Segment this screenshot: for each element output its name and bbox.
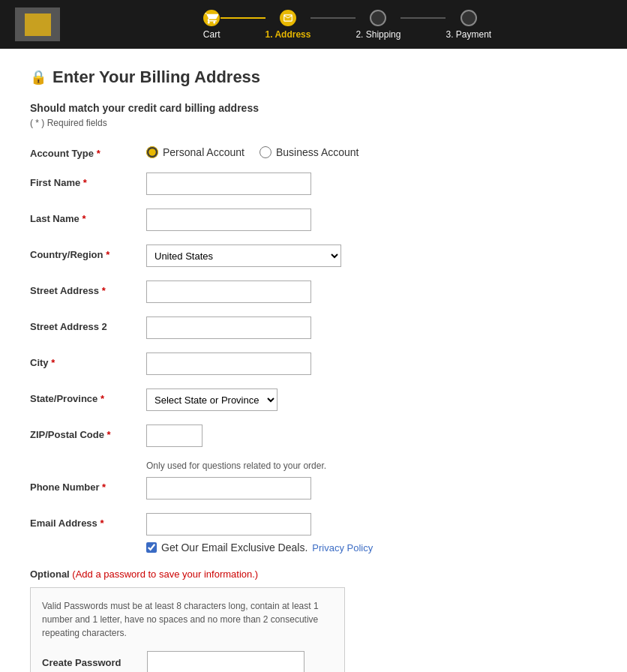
header: Cart 1. Address 2. Shipping 3. Payment [0, 0, 627, 49]
main-content: 🔒 Enter Your Billing Address Should matc… [0, 49, 627, 672]
step-shipping-label: 2. Shipping [356, 29, 400, 40]
state-label: State/Province * [30, 388, 146, 404]
country-row: Country/Region * United States Canada Me… [30, 244, 597, 267]
street-address-row: Street Address * [30, 280, 597, 303]
step-shipping-circle [370, 10, 386, 26]
step-payment: 3. Payment [446, 10, 491, 40]
street-address-label: Street Address * [30, 280, 146, 296]
city-row: City * [30, 352, 597, 375]
country-select[interactable]: United States Canada Mexico United Kingd… [146, 244, 341, 267]
phone-note: Only used for questions related to your … [146, 460, 597, 471]
step-payment-label: 3. Payment [446, 29, 491, 40]
radio-business-input[interactable] [260, 146, 272, 158]
last-name-label: Last Name * [30, 208, 146, 224]
phone-label: Phone Number * [30, 477, 146, 493]
create-password-label: Create Password [42, 657, 147, 668]
form-subtitle: Should match your credit card billing ad… [30, 102, 597, 114]
radio-personal-input[interactable] [146, 146, 158, 158]
step-shipping: 2. Shipping [356, 10, 400, 40]
first-name-input[interactable] [146, 172, 311, 195]
email-deals-label: Get Our Email Exclusive Deals. [161, 542, 308, 554]
first-name-label: First Name * [30, 172, 146, 188]
password-hint: Valid Passwords must be at least 8 chara… [42, 599, 333, 640]
email-row: Email Address * Get Our Email Exclusive … [30, 513, 597, 554]
last-name-input[interactable] [146, 208, 311, 231]
email-label: Email Address * [30, 513, 146, 529]
radio-personal[interactable]: Personal Account [146, 146, 244, 158]
zip-label: ZIP/Postal Code * [30, 424, 146, 440]
password-box: Valid Passwords must be at least 8 chara… [30, 587, 345, 672]
create-password-row: Create Password [42, 651, 333, 672]
optional-label: Optional (Add a password to save your in… [30, 568, 597, 580]
last-name-row: Last Name * [30, 208, 597, 231]
step-cart-label: Cart [203, 29, 220, 40]
logo-image [25, 14, 51, 36]
first-name-row: First Name * [30, 172, 597, 195]
optional-section: Optional (Add a password to save your in… [30, 568, 597, 672]
step-payment-circle [460, 10, 477, 26]
radio-personal-label: Personal Account [163, 146, 244, 158]
connector-1 [220, 17, 266, 19]
street-address2-label: Street Address 2 [30, 316, 146, 332]
step-cart-circle [203, 10, 220, 26]
page-title: 🔒 Enter Your Billing Address [30, 68, 597, 87]
account-type-row: Account Type * Personal Account Business… [30, 143, 597, 159]
step-cart: Cart [203, 10, 220, 40]
connector-3 [400, 17, 446, 19]
phone-row: Phone Number * [30, 477, 597, 500]
optional-paren[interactable]: (Add a password to save your information… [72, 568, 258, 580]
radio-business-label: Business Account [276, 146, 359, 158]
create-password-input[interactable] [147, 651, 304, 672]
account-type-options: Personal Account Business Account [146, 143, 597, 158]
lock-icon: 🔒 [30, 69, 46, 86]
privacy-policy-link[interactable]: Privacy Policy [312, 542, 373, 554]
phone-input[interactable] [146, 477, 311, 500]
zip-input[interactable] [146, 424, 202, 447]
email-deals-row: Get Our Email Exclusive Deals. Privacy P… [146, 542, 597, 554]
state-select[interactable]: Select State or Province Alabama Alaska … [146, 388, 278, 411]
email-input[interactable] [146, 513, 311, 536]
step-address: 1. Address [266, 10, 311, 40]
street-address-input[interactable] [146, 280, 311, 303]
step-address-label: 1. Address [266, 29, 311, 40]
state-row: State/Province * Select State or Provinc… [30, 388, 597, 411]
city-label: City * [30, 352, 146, 368]
required-note: ( * ) Required fields [30, 118, 597, 128]
radio-business[interactable]: Business Account [260, 146, 359, 158]
city-input[interactable] [146, 352, 311, 375]
street-address2-row: Street Address 2 [30, 316, 597, 339]
account-type-required: * [97, 148, 100, 159]
street-address2-input[interactable] [146, 316, 311, 339]
step-address-circle [280, 10, 296, 26]
email-deals-checkbox[interactable] [146, 542, 157, 553]
zip-row: ZIP/Postal Code * [30, 424, 597, 447]
account-type-label: Account Type * [30, 143, 146, 159]
logo [15, 8, 60, 41]
checkout-steps: Cart 1. Address 2. Shipping 3. Payment [82, 10, 612, 40]
country-label: Country/Region * [30, 244, 146, 260]
connector-2 [310, 17, 356, 19]
